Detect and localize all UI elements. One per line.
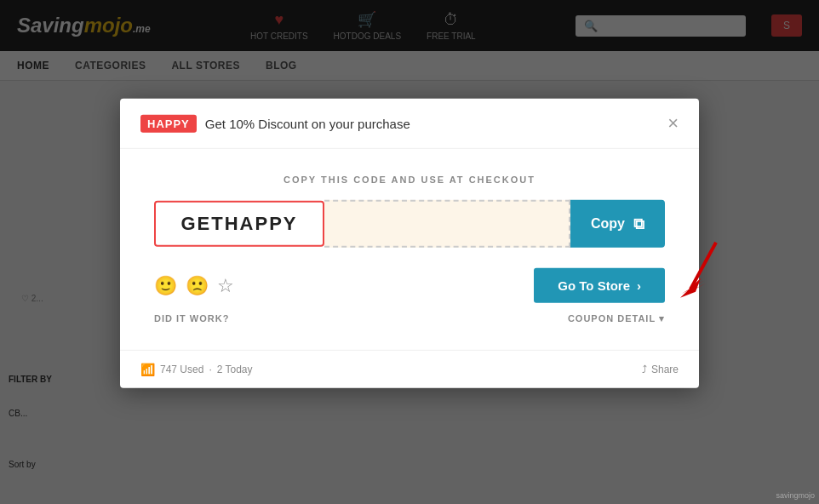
share-button[interactable]: ⤴ Share — [642, 364, 679, 375]
copy-instruction-label: COPY THIS CODE AND USE AT CHECKOUT — [154, 175, 665, 185]
svg-line-0 — [690, 243, 716, 289]
modal-body: COPY THIS CODE AND USE AT CHECKOUT GETHA… — [120, 149, 699, 350]
usage-count: 747 Used — [160, 364, 203, 375]
usage-today: 2 Today — [217, 364, 253, 375]
share-label: Share — [651, 364, 679, 375]
usage-separator: · — [209, 364, 211, 375]
copy-icon: ⧉ — [633, 215, 644, 232]
coupon-dashed-area — [324, 200, 570, 248]
star-reaction-icon[interactable]: ☆ — [217, 274, 234, 296]
reactions-area: 🙂 🙁 ☆ — [154, 274, 234, 296]
red-arrow-indicator — [665, 234, 724, 302]
did-it-work-label: DID IT WORK? — [154, 313, 229, 324]
go-store-container: Go To Store › — [534, 268, 665, 303]
copy-button-label: Copy — [591, 216, 625, 232]
usage-info: 📶 747 Used · 2 Today — [140, 363, 253, 376]
go-to-store-label: Go To Store — [558, 278, 630, 293]
wifi-icon: 📶 — [140, 363, 155, 376]
happy-reaction-icon[interactable]: 🙂 — [154, 274, 177, 296]
modal-close-button[interactable]: × — [667, 114, 679, 133]
copy-button[interactable]: Copy ⧉ — [570, 200, 665, 248]
coupon-detail-label: COUPON DETAIL — [568, 313, 656, 324]
store-badge: HAPPY — [140, 114, 197, 132]
go-to-store-button[interactable]: Go To Store › — [534, 268, 665, 303]
bottom-action-row: 🙂 🙁 ☆ Go To Store › — [154, 268, 665, 303]
labels-row: DID IT WORK? COUPON DETAIL ▾ — [154, 313, 665, 324]
coupon-row: GETHAPPY Copy ⧉ — [154, 200, 665, 248]
go-store-chevron-icon: › — [637, 278, 641, 293]
share-icon: ⤴ — [642, 364, 647, 375]
coupon-code-box: GETHAPPY — [154, 201, 324, 247]
modal-footer: 📶 747 Used · 2 Today ⤴ Share — [120, 350, 699, 388]
coupon-detail-link[interactable]: COUPON DETAIL ▾ — [568, 313, 665, 324]
watermark: savingmojo — [776, 491, 815, 500]
modal-header-left: HAPPY Get 10% Discount on your purchase — [140, 114, 410, 132]
coupon-modal: HAPPY Get 10% Discount on your purchase … — [120, 99, 699, 388]
sad-reaction-icon[interactable]: 🙁 — [186, 274, 209, 296]
coupon-detail-chevron-icon: ▾ — [659, 313, 665, 324]
modal-title: Get 10% Discount on your purchase — [205, 116, 410, 130]
reaction-icons: 🙂 🙁 ☆ — [154, 274, 234, 296]
modal-header: HAPPY Get 10% Discount on your purchase … — [120, 99, 699, 149]
